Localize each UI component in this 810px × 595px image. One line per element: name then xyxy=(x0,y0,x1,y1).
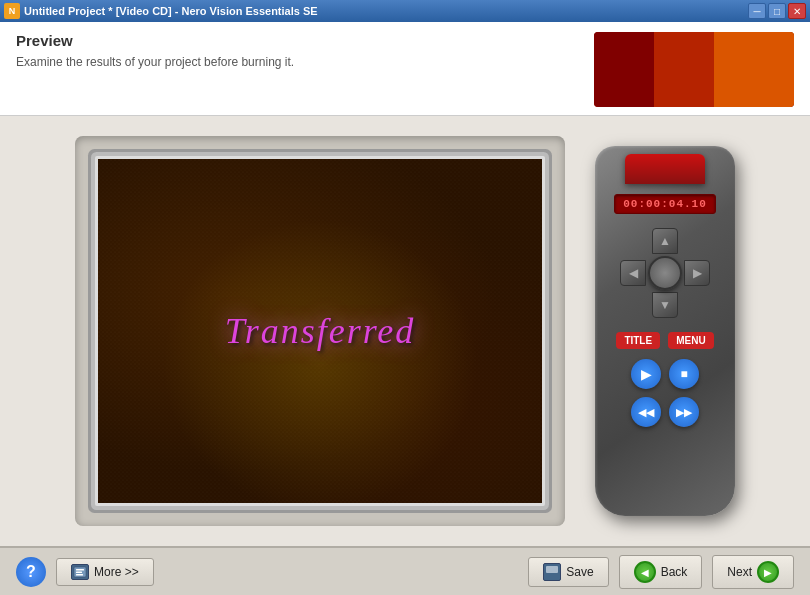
page-title: Preview xyxy=(16,32,294,49)
more-button[interactable]: More >> xyxy=(56,558,154,586)
video-screen: Transferred xyxy=(95,156,545,506)
floppy-icon xyxy=(543,563,561,581)
content-area: Transferred 00:00:04.10 ▲ ▼ ◀ ▶ TITLE ME… xyxy=(0,116,810,546)
more-icon xyxy=(71,564,89,580)
save-label: Save xyxy=(566,565,593,579)
minimize-button[interactable]: ─ xyxy=(748,3,766,19)
menu-button[interactable]: MENU xyxy=(668,332,713,349)
remote-time-display: 00:00:04.10 xyxy=(614,194,716,214)
remote-playback-row: ▶ ■ xyxy=(631,359,699,389)
header-text: Preview Examine the results of your proj… xyxy=(16,32,294,69)
svg-rect-2 xyxy=(76,572,82,574)
remote-label-row: TITLE MENU xyxy=(616,332,713,349)
dpad-right-button[interactable]: ▶ xyxy=(684,260,710,286)
back-button[interactable]: ◀ Back xyxy=(619,555,703,589)
back-arrow-icon: ◀ xyxy=(634,561,656,583)
dpad-down-button[interactable]: ▼ xyxy=(652,292,678,318)
dpad-up-button[interactable]: ▲ xyxy=(652,228,678,254)
next-button[interactable]: Next ▶ xyxy=(712,555,794,589)
header-section: Preview Examine the results of your proj… xyxy=(0,22,810,116)
next-arrow-icon: ▶ xyxy=(757,561,779,583)
help-button[interactable]: ? xyxy=(16,557,46,587)
svg-rect-1 xyxy=(76,569,84,571)
prev-button[interactable]: ◀◀ xyxy=(631,397,661,427)
remote-top xyxy=(625,154,705,184)
svg-rect-3 xyxy=(76,574,83,576)
preview-screen-container: Transferred xyxy=(75,136,565,526)
window-controls: ─ □ ✕ xyxy=(748,3,806,19)
next-skip-button[interactable]: ▶▶ xyxy=(669,397,699,427)
next-label: Next xyxy=(727,565,752,579)
main-content: Preview Examine the results of your proj… xyxy=(0,22,810,595)
remote-control: 00:00:04.10 ▲ ▼ ◀ ▶ TITLE MENU ▶ ■ ◀◀ xyxy=(595,146,735,516)
dpad-left-button[interactable]: ◀ xyxy=(620,260,646,286)
dpad-center-button[interactable] xyxy=(648,256,682,290)
footer-bar: ? More >> Save ◀ Back xyxy=(0,546,810,595)
window-title: Untitled Project * [Video CD] - Nero Vis… xyxy=(24,5,744,17)
remote-skip-row: ◀◀ ▶▶ xyxy=(631,397,699,427)
footer-right-buttons: ◀ Back Next ▶ xyxy=(619,555,794,589)
save-button[interactable]: Save xyxy=(528,557,608,587)
maximize-button[interactable]: □ xyxy=(768,3,786,19)
stop-button[interactable]: ■ xyxy=(669,359,699,389)
header-decorative-image xyxy=(594,32,794,107)
remote-dpad: ▲ ▼ ◀ ▶ xyxy=(620,228,710,318)
page-description: Examine the results of your project befo… xyxy=(16,55,294,69)
title-button[interactable]: TITLE xyxy=(616,332,660,349)
more-label: More >> xyxy=(94,565,139,579)
close-button[interactable]: ✕ xyxy=(788,3,806,19)
play-button[interactable]: ▶ xyxy=(631,359,661,389)
screen-title-text: Transferred xyxy=(225,310,416,352)
app-icon: N xyxy=(4,3,20,19)
title-bar: N Untitled Project * [Video CD] - Nero V… xyxy=(0,0,810,22)
back-label: Back xyxy=(661,565,688,579)
